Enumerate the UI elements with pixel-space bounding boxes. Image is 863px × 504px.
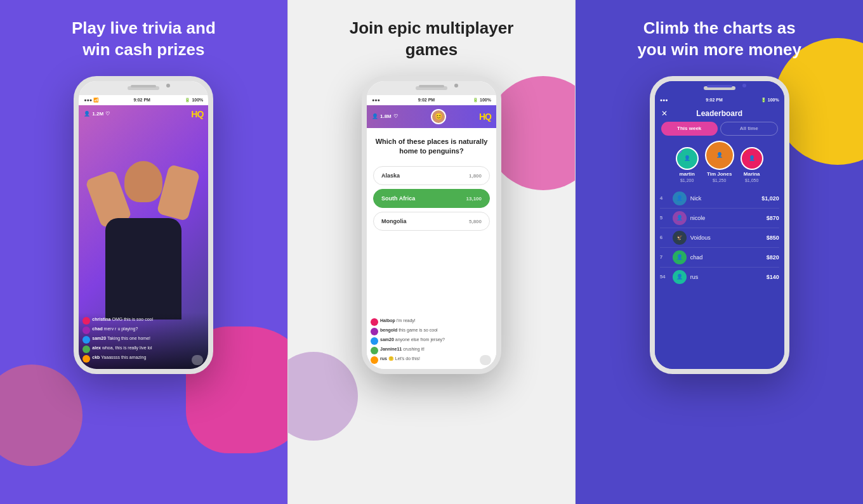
host-body — [105, 218, 181, 320]
p2-avatar-4 — [371, 347, 378, 354]
chat-msg-1: christina OMG this is soo cool — [82, 316, 204, 325]
battery-2: 🔋 100% — [473, 98, 491, 103]
podium-2nd: 2 👤 martin $1,200 — [676, 147, 699, 183]
phone-3: ●●● 9:02 PM 🔋 100% ✕ Leaderboard This we… — [650, 76, 789, 374]
p2-text-2: bengold this game is so cool — [380, 327, 438, 333]
phone-status-2: ●●● 9:02 PM 🔋 100% — [367, 95, 496, 105]
battery-3: 🔋 100% — [761, 98, 779, 103]
podium-prize-1: $1,250 — [713, 178, 726, 183]
p2-avatar-5 — [371, 356, 378, 364]
time-2: 9:02 PM — [418, 98, 435, 102]
time-1: 9:02 PM — [133, 98, 150, 102]
close-button[interactable]: ✕ — [661, 109, 668, 118]
list-item-7: 7 👤 chad $820 — [660, 248, 779, 268]
phone-2-screen: 👤 1.8M ♡ 😊 HQ Which of these places is n… — [367, 105, 496, 369]
name-chad: chad — [690, 254, 767, 261]
phone-1-header: 👤 1.2M ♡ HQ — [79, 105, 208, 123]
phone-status-1: ●●● 📶 9:02 PM 🔋 100% — [79, 95, 208, 105]
panel-2: Join epic multiplayer games ●●● 9:02 PM … — [287, 0, 576, 504]
podium-rank-2: 2 — [676, 147, 682, 153]
chat-text-2: chad merv r u playing? — [92, 326, 138, 332]
tab-this-week[interactable]: This week — [661, 122, 718, 136]
phone-3-screen: ✕ Leaderboard This week All time 2 👤 — [655, 105, 784, 369]
chat-msg-p2-1: Halbop i'm ready! — [371, 318, 492, 326]
podium-rank-1: 1 — [705, 141, 711, 147]
answer-mongolia-text: Mongolia — [381, 218, 407, 224]
podium-name-3: Marina — [744, 171, 760, 177]
signal-2: ●●● — [372, 98, 380, 102]
phone-status-3: ●●● 9:02 PM 🔋 100% — [655, 95, 784, 105]
answer-mongolia-count: 5,800 — [469, 219, 482, 224]
avatar-nick: 👤 — [673, 191, 687, 205]
panel-1: Play live trivia and win cash prizes ●●●… — [0, 0, 287, 504]
p2-text-4: Jannine11 crushing it! — [380, 346, 425, 352]
amount-nick: $1,020 — [761, 195, 779, 202]
camera-2 — [454, 84, 458, 87]
name-voidous: Voidous — [690, 235, 767, 241]
hq-logo-1: HQ — [191, 109, 203, 119]
p2-text-3: sam20 anyone else from jersey? — [380, 337, 445, 342]
p2-text-5: rus 🙂 Let's do this! — [380, 356, 420, 361]
chat-msg-p2-4: Jannine11 crushing it! — [371, 346, 492, 354]
podium-rank-3: 3 — [741, 147, 747, 153]
leaderboard-tabs: This week All time — [655, 122, 784, 141]
blob-decoration-2 — [0, 365, 82, 466]
leaderboard-title: Leaderboard — [696, 109, 742, 118]
chat-text-1: christina OMG this is soo cool — [92, 316, 153, 322]
chat-avatar-3 — [82, 336, 90, 344]
rank-54: 54 — [660, 274, 669, 280]
rank-7: 7 — [660, 254, 669, 260]
panel-3: Climb the charts as you win more money ●… — [576, 0, 863, 504]
phone-2-chat: Halbop i'm ready! bengold this game is s… — [367, 315, 496, 369]
chat-avatar-5 — [82, 355, 90, 363]
leaderboard-header: ✕ Leaderboard — [655, 105, 784, 122]
tab-all-time[interactable]: All time — [720, 122, 778, 136]
quiz-question-area: Which of these places is naturally home … — [367, 128, 496, 315]
phone-notch-3 — [655, 81, 784, 95]
p2-avatar-2 — [371, 328, 378, 335]
battery-1: 🔋 100% — [185, 98, 203, 103]
chat-msg-p2-2: bengold this game is so cool — [371, 327, 492, 335]
name-nicole: nicole — [690, 215, 767, 221]
amount-chad: $820 — [767, 254, 779, 261]
phone-notch-1 — [79, 81, 208, 95]
speaker-3 — [707, 85, 732, 87]
signal-3: ●●● — [660, 98, 668, 102]
leaderboard-podium: 2 👤 martin $1,200 1 👤 Tim Jones $1,250 — [655, 141, 784, 189]
list-item-6: 6 🦅 Voidous $850 — [660, 228, 779, 248]
blob-decoration-4 — [287, 352, 358, 441]
p2-text-1: Halbop i'm ready! — [380, 318, 416, 323]
p2-avatar-3 — [371, 337, 378, 345]
rank-6: 6 — [660, 235, 669, 240]
avatar-chad: 👤 — [673, 250, 687, 264]
phone-2-header: 👤 1.8M ♡ 😊 HQ — [367, 105, 496, 128]
speaker-2 — [419, 85, 444, 87]
camera-3 — [742, 84, 746, 87]
amount-rus: $140 — [767, 274, 779, 280]
answer-alaska-text: Alaska — [381, 172, 400, 179]
avatar-rus: 👤 — [673, 270, 687, 284]
amount-voidous: $850 — [767, 235, 779, 241]
viewers-badge-2: 👤 1.8M ♡ — [372, 113, 398, 119]
answer-southafrica-count: 13,100 — [466, 196, 482, 202]
panel-2-title: Join epic multiplayer games — [350, 18, 514, 61]
avatar-nicole: 👤 — [673, 211, 687, 225]
chat-text-4: alex whoa, this is really live lol — [92, 345, 152, 351]
leaderboard-list: 4 👤 Nick $1,020 5 👤 nicole $870 6 🦅 Void… — [655, 189, 784, 369]
speaker-1 — [131, 85, 156, 87]
chat-msg-2: chad merv r u playing? — [82, 326, 204, 334]
answer-southafrica: South Africa 13,100 — [373, 189, 490, 208]
chat-text-5: ckb Yaaassss this amazing — [92, 354, 146, 360]
chat-bubble-icon-1 — [192, 355, 203, 365]
podium-avatar-2: 2 👤 — [676, 147, 699, 170]
viewers-badge-1: 👤 1.2M ♡ — [84, 111, 110, 117]
chat-bubble-icon-2 — [480, 355, 491, 365]
signal-icon-1: ●●● 📶 — [84, 98, 99, 103]
amount-nicole: $870 — [767, 215, 779, 221]
panel-1-title: Play live trivia and win cash prizes — [72, 18, 216, 61]
phone-2: ●●● 9:02 PM 🔋 100% 👤 1.8M ♡ 😊 HQ Which o… — [362, 76, 501, 374]
phone-1-screen: 👤 1.2M ♡ HQ christina OMG th — [79, 105, 208, 369]
chat-overlay-1: christina OMG this is soo cool chad merv… — [79, 313, 208, 369]
chat-msg-p2-3: sam20 anyone else from jersey? — [371, 337, 492, 345]
podium-prize-3: $1,050 — [745, 178, 758, 183]
